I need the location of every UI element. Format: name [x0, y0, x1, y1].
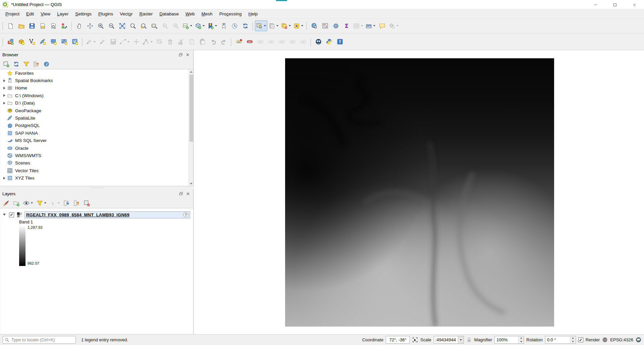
move-feature-button[interactable] — [131, 37, 142, 47]
pan-to-selection-button[interactable] — [85, 20, 95, 31]
pin-labels-button[interactable]: abc — [255, 37, 266, 47]
refresh-browser-button[interactable] — [12, 60, 21, 68]
menu-settings[interactable]: Settings — [72, 10, 95, 17]
scale-combobox[interactable]: :49434944 — [434, 336, 464, 344]
zoom-full-extent-button[interactable] — [117, 20, 127, 31]
undo-button[interactable] — [208, 37, 218, 47]
rotate-label-button[interactable]: abc — [287, 37, 298, 47]
chevron-down-icon[interactable] — [301, 25, 303, 26]
vertex-tool-button[interactable] — [142, 37, 154, 47]
chevron-down-icon[interactable] — [151, 41, 153, 43]
open-project-button[interactable] — [16, 20, 26, 31]
new-geopackage-layer-button[interactable] — [16, 37, 26, 47]
menu-plugins[interactable]: Plugins — [95, 10, 116, 17]
expand-chevron-icon[interactable] — [2, 94, 7, 97]
browser-item-wms-wmts[interactable]: WMS/WMTS — [0, 152, 193, 159]
browser-item-ms-sql-server[interactable]: MS SQL Server — [0, 137, 193, 144]
browser-float-button[interactable] — [177, 52, 184, 58]
chevron-down-icon[interactable] — [373, 25, 375, 26]
layer-diagram-options-button[interactable]: abc — [244, 37, 255, 47]
chevron-down-icon[interactable] — [3, 214, 6, 216]
browser-scrollbar[interactable] — [189, 69, 193, 186]
deselect-features-button[interactable] — [280, 20, 292, 31]
maximize-button[interactable] — [605, 0, 625, 9]
expand-chevron-icon[interactable] — [2, 177, 7, 180]
new-temporary-scratch-layer-button[interactable] — [48, 37, 59, 47]
metasearch-button[interactable] — [313, 37, 324, 47]
python-console-button[interactable] — [324, 37, 334, 47]
chevron-down-icon[interactable] — [264, 25, 266, 26]
browser-item-sap-hana[interactable]: SAP HANA — [0, 129, 193, 137]
chevron-down-icon[interactable] — [458, 336, 464, 343]
browser-item-favorites[interactable]: Favorites — [0, 69, 193, 77]
browser-item-spatialite[interactable]: SpatiaLite — [0, 114, 193, 122]
locator-input[interactable] — [11, 337, 74, 343]
menu-view[interactable]: View — [37, 10, 54, 17]
select-features-by-value-button[interactable] — [267, 20, 280, 31]
chevron-down-icon[interactable] — [31, 202, 33, 204]
redo-button[interactable] — [218, 37, 229, 47]
properties-widget-button[interactable]: i — [42, 60, 51, 68]
new-print-layout-button[interactable] — [37, 20, 48, 31]
panel-splitter[interactable] — [0, 186, 194, 189]
zoom-last-button[interactable] — [160, 20, 170, 31]
collapse-all-layers-button[interactable] — [72, 199, 81, 207]
chevron-down-icon[interactable] — [203, 25, 205, 26]
browser-close-button[interactable] — [184, 52, 191, 58]
layer-labeling-options-button[interactable]: abc — [233, 37, 244, 47]
chevron-down-icon[interactable] — [44, 202, 46, 204]
move-label-button[interactable]: abc — [276, 37, 287, 47]
open-data-source-manager-button[interactable] — [5, 37, 16, 47]
zoom-to-layer-button[interactable] — [138, 20, 149, 31]
layer-crs-indicator[interactable]: ? — [183, 212, 189, 217]
browser-item-home[interactable]: Home — [0, 84, 193, 92]
new-3d-map-view-button[interactable] — [194, 20, 206, 31]
render-checkbox[interactable]: ✓ — [578, 337, 583, 342]
menu-mesh[interactable]: Mesh — [198, 10, 216, 17]
show-spatial-bookmarks-button[interactable] — [218, 20, 229, 31]
paste-features-button[interactable] — [197, 37, 208, 47]
menu-database[interactable]: Database — [156, 10, 182, 17]
toolbar-grip[interactable] — [310, 38, 312, 46]
chevron-down-icon[interactable] — [289, 25, 291, 26]
chevron-down-icon[interactable] — [215, 25, 217, 26]
new-map-view-button[interactable] — [181, 20, 194, 31]
save-layer-edits-button[interactable] — [108, 37, 118, 47]
toolbar-grip[interactable] — [2, 22, 4, 30]
processing-toolbox-button[interactable] — [330, 20, 341, 31]
zoom-native-resolution-button[interactable]: 1:1 — [149, 20, 160, 31]
cut-features-button[interactable] — [175, 37, 186, 47]
chevron-down-icon[interactable] — [94, 41, 96, 43]
chevron-down-icon[interactable] — [276, 25, 278, 26]
new-mesh-layer-button[interactable] — [59, 37, 69, 47]
zoom-to-selection-button[interactable] — [127, 20, 138, 31]
scroll-down-icon[interactable] — [189, 181, 193, 186]
menu-help[interactable]: Help — [245, 10, 261, 17]
spinner-arrows[interactable] — [570, 336, 576, 343]
chevron-down-icon[interactable] — [396, 25, 398, 26]
menu-processing[interactable]: Processing — [216, 10, 245, 17]
identify-features-button[interactable]: i — [309, 20, 320, 31]
messages-button[interactable] — [636, 337, 641, 343]
menu-vector[interactable]: Vector — [116, 10, 136, 17]
chevron-down-icon[interactable] — [361, 25, 363, 26]
browser-item-spatial-bookmarks[interactable]: Spatial Bookmarks — [0, 77, 193, 84]
save-project-button[interactable] — [26, 20, 37, 31]
zoom-next-button[interactable] — [170, 20, 181, 31]
zoom-in-button[interactable] — [95, 20, 106, 31]
select-by-expression-button[interactable] — [292, 20, 305, 31]
layers-close-button[interactable] — [185, 191, 191, 197]
copy-features-button[interactable] — [186, 37, 197, 47]
filter-legend-button[interactable] — [35, 199, 48, 207]
menu-project[interactable]: Project — [2, 10, 23, 17]
toolbar-grip[interactable] — [2, 38, 4, 46]
expand-chevron-icon[interactable] — [2, 102, 7, 105]
minimize-button[interactable] — [586, 0, 605, 9]
map-tips-button[interactable] — [377, 20, 387, 31]
scrollbar-thumb[interactable] — [190, 75, 193, 142]
new-project-button[interactable] — [5, 20, 16, 31]
change-label-button[interactable]: abc — [298, 37, 309, 47]
select-features-button[interactable] — [255, 20, 267, 31]
expand-chevron-icon[interactable] — [2, 79, 7, 82]
layers-float-button[interactable] — [178, 191, 184, 197]
